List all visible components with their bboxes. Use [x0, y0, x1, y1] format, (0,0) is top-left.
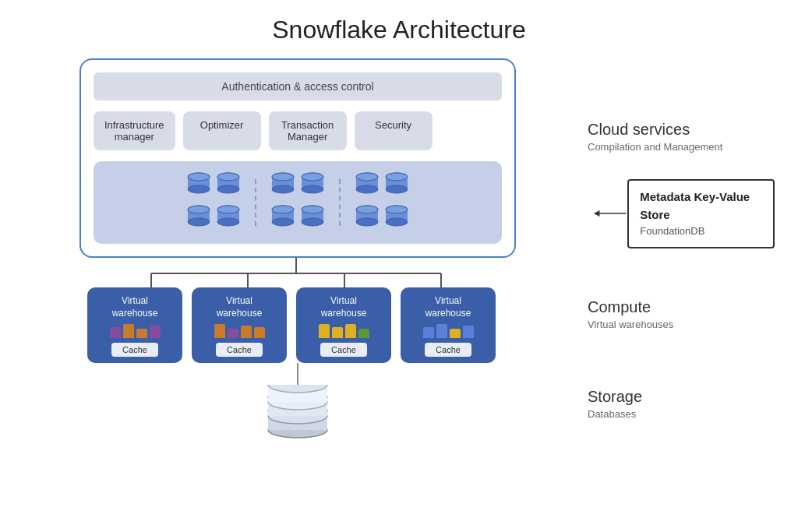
vw-bar [228, 329, 238, 338]
cache-label-4: Cache [425, 343, 471, 357]
arrow-icon [588, 204, 627, 223]
db-group-3 [355, 172, 409, 233]
db-group-2 [270, 172, 325, 233]
metadata-section: Metadata Key-Value Store FoundationDB [588, 179, 775, 248]
vw-box-3: Virtualwarehouse Cache [296, 287, 391, 363]
main-layout: Authentication & access control Infrastr… [23, 58, 775, 439]
storage-connector [297, 363, 298, 385]
svg-point-22 [302, 185, 323, 193]
svg-point-43 [356, 206, 378, 213]
svg-point-19 [272, 173, 294, 181]
db-icon [270, 205, 295, 233]
svg-point-10 [188, 218, 210, 226]
divider-1 [255, 179, 256, 226]
storage-title: Storage [588, 388, 775, 406]
vw-label-2: Virtualwarehouse [217, 295, 263, 319]
cache-label-3: Cache [320, 343, 367, 357]
vw-box-1: Virtualwarehouse Cache [87, 287, 182, 363]
svg-point-42 [356, 218, 378, 226]
db-icon [355, 172, 380, 200]
svg-point-7 [217, 173, 239, 181]
svg-point-39 [386, 173, 408, 181]
svg-point-34 [356, 185, 378, 193]
db-icons-top-2 [270, 172, 325, 200]
svg-point-3 [188, 173, 210, 181]
vw-row: Virtualwarehouse Cache Virtualwarehouse [79, 287, 516, 363]
compute-sub: Virtual warehouses [588, 319, 775, 330]
db-cluster-area [94, 161, 502, 244]
vw-label-4: Virtualwarehouse [425, 295, 471, 319]
storage-sub: Databases [588, 408, 775, 420]
cache-label-1: Cache [111, 343, 158, 357]
svg-point-11 [188, 206, 210, 213]
db-icon [186, 205, 211, 233]
svg-marker-64 [595, 210, 600, 217]
db-icon [384, 205, 409, 233]
page-title: Snowflake Architecture [272, 16, 526, 44]
vw-bar [150, 326, 161, 338]
svg-point-18 [272, 185, 294, 193]
vw-bar [241, 326, 252, 338]
metadata-title: Metadata Key-Value Store [640, 188, 762, 224]
svg-point-38 [386, 185, 408, 193]
svg-point-46 [386, 218, 408, 226]
vw-bar [345, 324, 356, 338]
svg-point-14 [217, 218, 239, 226]
svg-point-31 [302, 206, 323, 213]
service-transaction: TransactionManager [269, 111, 347, 150]
db-icons-top-3 [355, 172, 409, 200]
svg-point-47 [386, 206, 408, 213]
vw-bars-1 [110, 324, 161, 338]
vw-bar [319, 324, 330, 338]
vw-bar [254, 327, 265, 338]
vw-bars-4 [423, 324, 474, 338]
vw-box-2: Virtualwarehouse Cache [192, 287, 287, 363]
storage-label: Storage Databases [588, 388, 775, 420]
left-column: Authentication & access control Infrastr… [23, 58, 572, 439]
svg-point-26 [272, 218, 294, 226]
storage-area [263, 385, 333, 439]
db-icon [216, 172, 241, 200]
service-boxes: Infrastructuremanager Optimizer Transact… [94, 111, 502, 150]
vw-label-1: Virtualwarehouse [112, 295, 158, 319]
storage-cylinder [263, 385, 333, 439]
vw-bar [463, 326, 474, 338]
vw-bar [214, 324, 225, 338]
vw-bar [332, 327, 343, 338]
vw-bar [436, 324, 447, 338]
vw-label-3: Virtualwarehouse [321, 295, 367, 319]
db-icon [384, 172, 409, 200]
vw-bar [450, 329, 461, 338]
right-column: Cloud services Compilation and Managemen… [572, 58, 775, 439]
db-icons-bottom-3 [355, 205, 409, 233]
svg-point-30 [302, 218, 323, 226]
cache-label-2: Cache [216, 343, 263, 357]
db-group-1 [186, 172, 241, 233]
db-icon [186, 172, 211, 200]
db-icon [355, 205, 380, 233]
divider-2 [339, 179, 341, 226]
vw-bar [123, 324, 134, 338]
vw-bars-2 [214, 324, 265, 338]
vw-bars-3 [319, 324, 369, 338]
cloud-services-sub: Compilation and Management [588, 141, 775, 153]
cloud-services-title: Cloud services [588, 121, 775, 139]
vw-box-4: Virtualwarehouse Cache [401, 287, 496, 363]
metadata-sub: FoundationDB [640, 224, 762, 239]
svg-point-35 [356, 173, 378, 181]
cloud-services-box: Authentication & access control Infrastr… [79, 58, 516, 258]
db-icon [270, 172, 295, 200]
compute-title: Compute [588, 298, 775, 316]
db-icon [300, 205, 325, 233]
vw-connector-lines [95, 258, 500, 287]
svg-point-15 [217, 206, 239, 213]
compute-label: Compute Virtual warehouses [588, 298, 775, 330]
svg-point-6 [217, 185, 239, 193]
vw-bar [423, 327, 434, 338]
vw-bar [136, 329, 147, 338]
auth-bar: Authentication & access control [94, 72, 502, 100]
vw-bar [358, 329, 369, 338]
svg-point-27 [272, 206, 294, 213]
vw-bar [110, 327, 121, 338]
service-infrastructure: Infrastructuremanager [94, 111, 175, 150]
